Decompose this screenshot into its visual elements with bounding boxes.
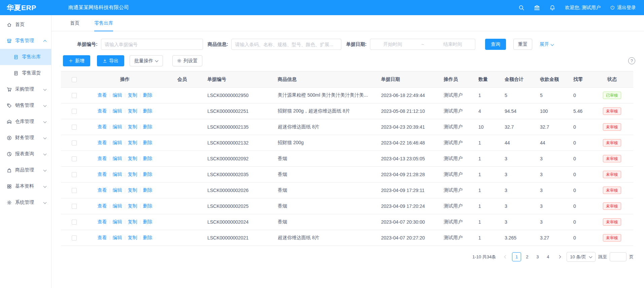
row-checkbox[interactable] [72, 172, 77, 177]
sidebar-item-4[interactable]: 采购管理 [0, 81, 51, 97]
copy-link[interactable]: 复制 [128, 203, 137, 209]
edit-link[interactable]: 编辑 [113, 219, 122, 224]
edit-link[interactable]: 编辑 [113, 156, 122, 161]
column-header: 商品信息 [272, 71, 376, 88]
logout-button[interactable]: 退出登录 [610, 5, 636, 11]
copy-link[interactable]: 复制 [128, 171, 137, 177]
sidebar-item-8[interactable]: 报表查询 [0, 146, 51, 162]
view-link[interactable]: 查看 [98, 140, 107, 145]
copy-link[interactable]: 复制 [128, 92, 137, 98]
copy-link[interactable]: 复制 [128, 124, 137, 129]
sidebar-item-0[interactable]: 首页 [0, 17, 51, 33]
change-cell: 0 [568, 214, 591, 230]
page-button[interactable]: 4 [543, 252, 552, 261]
view-link[interactable]: 查看 [98, 235, 107, 240]
prev-page-button[interactable] [501, 253, 509, 261]
delete-link[interactable]: 删除 [143, 140, 152, 145]
date-range-picker[interactable]: 开始时间 ~ 结束时间 [370, 39, 475, 50]
row-checkbox[interactable] [72, 204, 77, 209]
delete-link[interactable]: 删除 [143, 219, 152, 224]
bill-no-cell: LSCK00000002021 [202, 230, 272, 246]
row-checkbox[interactable] [72, 220, 77, 225]
view-link[interactable]: 查看 [98, 219, 107, 224]
page-button[interactable]: 2 [522, 252, 532, 261]
view-link[interactable]: 查看 [98, 156, 107, 161]
operator-cell: 测试用户 [438, 214, 473, 230]
view-link[interactable]: 查看 [98, 187, 107, 193]
page-list: 1234 [512, 252, 552, 261]
copy-link[interactable]: 复制 [128, 140, 137, 145]
sidebar-item-2[interactable]: 零售出库 [0, 49, 51, 65]
next-page-button[interactable] [555, 253, 564, 261]
jump-page-input[interactable] [610, 252, 626, 261]
received-amount-cell: 5 [535, 88, 568, 103]
edit-link[interactable]: 编辑 [113, 124, 122, 129]
product-info-input[interactable] [231, 39, 341, 50]
help-icon[interactable]: ? [628, 57, 635, 64]
sidebar-item-10[interactable]: 基本资料 [0, 178, 51, 194]
edit-link[interactable]: 编辑 [113, 235, 122, 240]
edit-link[interactable]: 编辑 [113, 171, 122, 177]
page-button[interactable]: 1 [512, 252, 521, 261]
search-icon[interactable] [518, 5, 524, 11]
copy-link[interactable]: 复制 [128, 108, 137, 114]
sidebar-item-1[interactable]: 零售管理 [0, 33, 51, 49]
delete-link[interactable]: 删除 [143, 203, 152, 209]
batch-operations-button[interactable]: 批量操作 [130, 55, 163, 66]
copy-link[interactable]: 复制 [128, 187, 137, 193]
delete-link[interactable]: 删除 [143, 235, 152, 240]
bell-icon[interactable] [549, 5, 555, 11]
edit-link[interactable]: 编辑 [113, 108, 122, 114]
reset-button[interactable]: 重置 [513, 39, 532, 50]
copy-link[interactable]: 复制 [128, 156, 137, 161]
view-link[interactable]: 查看 [98, 108, 107, 114]
total-amount-cell: 3.265 [499, 230, 535, 246]
expand-link[interactable]: 展开 [540, 41, 553, 47]
row-checkbox[interactable] [72, 109, 77, 114]
bank-icon[interactable] [534, 5, 540, 11]
row-checkbox[interactable] [72, 235, 77, 241]
delete-link[interactable]: 删除 [143, 92, 152, 98]
bill-no-input[interactable] [101, 39, 203, 50]
sidebar-item-11[interactable]: 系统管理 [0, 194, 51, 211]
edit-link[interactable]: 编辑 [113, 140, 122, 145]
edit-link[interactable]: 编辑 [113, 203, 122, 209]
export-button[interactable]: 导出 [97, 55, 124, 66]
page-size-select[interactable]: 10 条/页 [567, 252, 596, 262]
view-link[interactable]: 查看 [98, 92, 107, 98]
delete-link[interactable]: 删除 [143, 156, 152, 161]
row-checkbox[interactable] [72, 140, 77, 146]
row-checkbox[interactable] [72, 188, 77, 193]
view-link[interactable]: 查看 [98, 124, 107, 129]
edit-link[interactable]: 编辑 [113, 92, 122, 98]
sidebar-item-7[interactable]: 财务管理 [0, 130, 51, 146]
tab-1[interactable]: 零售出库 [94, 15, 113, 31]
table-row: 查看编辑复制删除 LSCK00000002950 美汁源果粒橙 500ml 美汁… [61, 88, 633, 103]
delete-link[interactable]: 删除 [143, 187, 152, 193]
view-link[interactable]: 查看 [98, 171, 107, 177]
copy-link[interactable]: 复制 [128, 235, 137, 240]
delete-link[interactable]: 删除 [143, 124, 152, 129]
sidebar-item-5[interactable]: 销售管理 [0, 97, 51, 114]
column-header: 会员 [162, 71, 202, 88]
column-settings-button[interactable]: 列设置 [172, 55, 202, 66]
bill-date-cell: 2023-04-13 23:05:05 [376, 151, 438, 167]
add-button[interactable]: 新增 [63, 55, 90, 66]
search-button[interactable]: 查询 [485, 39, 506, 50]
row-checkbox[interactable] [72, 93, 77, 98]
view-link[interactable]: 查看 [98, 203, 107, 209]
delete-link[interactable]: 删除 [143, 108, 152, 114]
delete-link[interactable]: 删除 [143, 171, 152, 177]
sidebar-item-6[interactable]: 仓库管理 [0, 114, 51, 130]
row-checkbox[interactable] [72, 125, 77, 130]
sidebar-item-9[interactable]: 商品管理 [0, 162, 51, 178]
row-checkbox[interactable] [72, 156, 77, 161]
page-button[interactable]: 3 [533, 252, 542, 261]
change-cell: 0 [568, 183, 591, 198]
tab-0[interactable]: 首页 [70, 15, 79, 31]
sidebar-item-3[interactable]: 零售退货 [0, 65, 51, 81]
edit-link[interactable]: 编辑 [113, 187, 122, 193]
change-cell: 0 [568, 119, 591, 135]
select-all-checkbox[interactable] [72, 77, 77, 82]
copy-link[interactable]: 复制 [128, 219, 137, 224]
